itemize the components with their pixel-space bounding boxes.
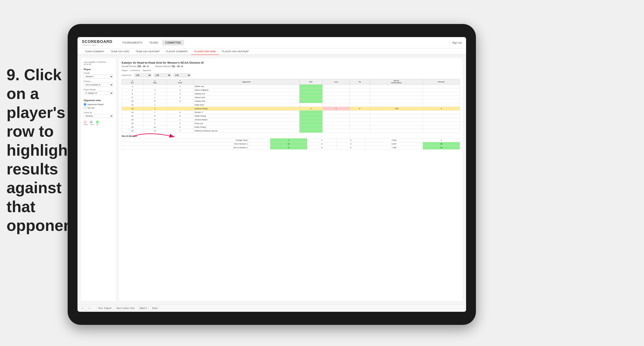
ood-label: Out of division: [122, 135, 460, 137]
col-rounds: Rounds: [423, 79, 460, 85]
top-nav: SCOREBOARD Powered by clippd TOURNAMENTS…: [78, 37, 466, 48]
subnav-team-h2h-grid[interactable]: TEAM H2H GRID: [108, 48, 132, 55]
filter-conference-group: Conference: [130, 69, 140, 71]
subnav-player-h2h-heatmap[interactable]: PLAYER H2H HEATMAP: [219, 48, 252, 55]
colour-dots: Down Level Up: [84, 121, 113, 126]
table-row[interactable]: 613Sydney Kuo: [122, 92, 460, 96]
colour-section: Colour by Win/loss Down Level: [84, 111, 113, 126]
opponent-view-label: Opponent view: [84, 99, 113, 102]
filter-region-group: Region: [122, 69, 128, 71]
table-row[interactable]: 1063Andrea York: [122, 99, 460, 103]
col-loss: Loss: [323, 79, 350, 85]
col-opponent: Opponent: [194, 79, 299, 85]
filter-region-select[interactable]: (All): [134, 73, 152, 77]
colour-dot-level: [90, 121, 93, 124]
sidebar-gender-label: Gender: [84, 72, 113, 74]
table-row[interactable]: 1474Eunice Yi: [122, 111, 460, 114]
sidebar: Last Updated: 27/03/2024 16:55:38 Player…: [81, 58, 116, 301]
grid-title: Katelyn Vo Head-to-Head Grid for Women's…: [122, 61, 460, 64]
gender-select[interactable]: Women's: [84, 75, 113, 78]
nav-committee[interactable]: COMMITTEE: [162, 40, 184, 46]
subnav-team-h2h-heatmap[interactable]: TEAM H2H HEATMAP: [132, 48, 163, 55]
device-frame: SCOREBOARD Powered by clippd TOURNAMENTS…: [68, 24, 476, 325]
ood-table: Foreign Team 1 0 0 4.500 2 NAIA Division…: [122, 138, 460, 150]
annotation-text: 9. Click on a player's row to highlight …: [6, 65, 63, 235]
table-row[interactable]: 1822Euna Lee: [122, 122, 460, 125]
logo-area: SCOREBOARD Powered by clippd: [82, 39, 112, 46]
division-select[interactable]: NCAA Division III: [84, 83, 113, 87]
timestamp: Last Updated: 27/03/2024 16:55:38: [84, 61, 113, 65]
nav-teams[interactable]: TEAMS: [146, 40, 161, 46]
radio-top100[interactable]: Top 100: [84, 106, 113, 109]
sidebar-division-label: Division: [84, 80, 113, 82]
table-row[interactable]: 20117Federica Domecq Lacroze: [122, 129, 460, 133]
grid-content: Katelyn Vo Head-to-Head Grid for Women's…: [119, 58, 462, 301]
subnav-player-h2h-grid[interactable]: PLAYER H2H GRID: [191, 48, 219, 55]
radio-opponents-played[interactable]: Opponents Played: [84, 103, 113, 106]
subnav-team-summary[interactable]: TEAM SUMMARY: [82, 48, 108, 55]
filter-opponent-select[interactable]: (All): [173, 73, 191, 77]
share-button[interactable]: Share: [150, 306, 159, 310]
undo-button[interactable]: ↩: [80, 306, 85, 310]
ood-row[interactable]: Foreign Team 1 0 0 4.500 2: [122, 139, 460, 142]
col-tie: Tie: [350, 79, 370, 85]
sub-nav: TEAM SUMMARY TEAM H2H GRID TEAM H2H HEAT…: [78, 48, 466, 55]
device-screen: SCOREBOARD Powered by clippd TOURNAMENTS…: [78, 37, 466, 312]
h2h-table: #Div #Reg #Conf Opponent Win Loss Tie Di…: [122, 79, 460, 133]
filter-selects-row: Opponents: (All) (All) (All): [122, 73, 460, 77]
col-win: Win: [299, 79, 323, 85]
table-row[interactable]: 19106Emily Chang: [122, 125, 460, 129]
subnav-player-summary[interactable]: PLAYER SUMMARY: [163, 48, 191, 55]
col-diff: Diff AvStrokes/Rnd: [370, 79, 423, 85]
col-conf: #Conf: [167, 79, 194, 85]
table-row[interactable]: 522Alexis Sudjianto: [122, 88, 460, 92]
logo-text: SCOREBOARD: [82, 39, 112, 44]
grid-records: Overall Record: 353 - 34 - 6 Division Re…: [122, 65, 460, 68]
table-row[interactable]: 1585Stella Cheng: [122, 114, 460, 118]
colour-dot-up: [96, 121, 99, 124]
ood-row[interactable]: NAIA Division 1 15 0 0 9.267 30: [122, 142, 460, 146]
filter-opponent-group: Opponent: [142, 69, 151, 71]
redo-button[interactable]: ↪: [87, 306, 92, 310]
colour-select[interactable]: Win/loss: [84, 114, 113, 118]
filter-row: Region Conference Opponent: [122, 69, 460, 71]
col-reg: #Reg: [143, 79, 167, 85]
view-original-button[interactable]: View: Original: [96, 306, 113, 310]
opponent-view-section: Opponent view Opponents Played Top 100: [84, 99, 113, 109]
sidebar-player-rank-label: Player (Rank): [84, 89, 113, 91]
filter-conference-select[interactable]: (All): [154, 73, 171, 77]
logo-sub: Powered by clippd: [82, 44, 112, 46]
player-rank-select[interactable]: 8. Katelyn Vo: [84, 91, 113, 95]
nav-tournaments[interactable]: TOURNAMENTS: [119, 40, 145, 46]
nav-items: TOURNAMENTS TEAMS COMMITTEE: [119, 40, 450, 46]
watch-button[interactable]: Watch ▾: [138, 306, 149, 310]
table-row[interactable]: 914Sharon Mun: [122, 96, 460, 99]
colour-label: Colour by: [84, 111, 113, 114]
table-row[interactable]: 31Esther Lee: [122, 85, 460, 88]
colour-dot-down: [84, 121, 87, 124]
ood-row[interactable]: NCAA Division 2 5 0 0 7.400 10: [122, 146, 460, 150]
bottom-toolbar: ↩ ↪ | View: Original Save Custom View Wa…: [78, 304, 466, 312]
save-custom-view-button[interactable]: Save Custom View: [114, 306, 136, 310]
table-row-highlighted[interactable]: 131Jessica Huang 010-3.002: [122, 107, 460, 111]
table-row[interactable]: 1691Jessica Mason: [122, 118, 460, 122]
main-content: Last Updated: 27/03/2024 16:55:38 Player…: [78, 55, 466, 304]
table-row[interactable]: 131Haeji Hyun: [122, 103, 460, 107]
sidebar-player-label: Player: [84, 68, 113, 71]
sign-out-button[interactable]: Sign out: [452, 41, 462, 44]
col-div: #Div: [122, 79, 143, 85]
